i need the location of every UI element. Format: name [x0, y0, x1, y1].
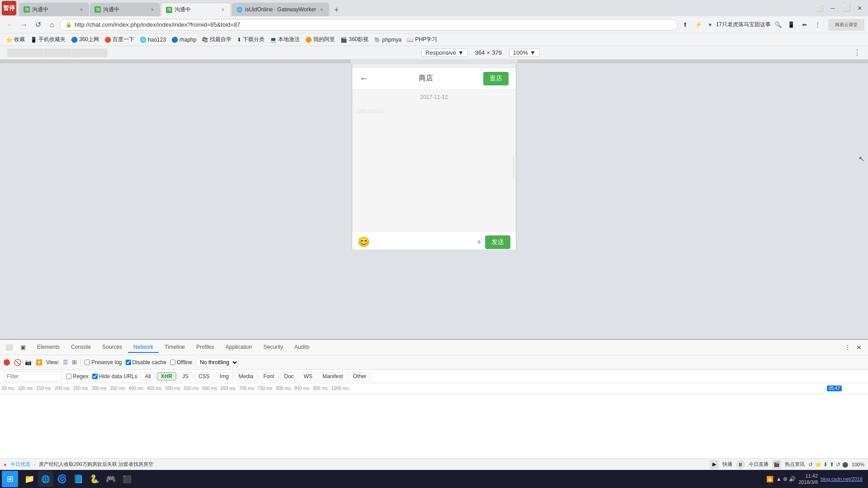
zoom-select[interactable]: 100% ▼ [509, 48, 540, 57]
bookmark-mobile[interactable]: 📱 手机收藏夹 [28, 35, 68, 44]
tab-console[interactable]: Console [66, 342, 96, 353]
back-button[interactable]: ← [4, 19, 16, 31]
preserve-log-label[interactable]: Preserve log [85, 359, 122, 366]
regex-checkbox[interactable] [66, 374, 71, 379]
tab-3[interactable]: 淘 沟通中 × [161, 3, 231, 16]
taskbar-item-files[interactable]: 📁 [22, 471, 37, 487]
bookmark-360[interactable]: 🔵 360上网 [69, 35, 101, 44]
filter-other[interactable]: Other [349, 372, 371, 380]
bookmark-rhaphp[interactable]: 🔵 rhaphp [169, 36, 198, 44]
new-tab-button[interactable]: + [330, 4, 343, 16]
tab-2[interactable]: 淘 沟通中 × [90, 3, 160, 16]
filter-xhr[interactable]: XHR [157, 372, 176, 380]
hide-data-urls-checkbox[interactable] [92, 374, 98, 379]
blog-link[interactable]: blog.csdn.net/2018 [821, 476, 863, 482]
offline-checkbox[interactable] [170, 360, 175, 365]
filter-input[interactable] [4, 371, 62, 381]
status-video-btn[interactable]: 🎬 [772, 460, 781, 469]
device-button[interactable]: 📱 [785, 19, 797, 31]
responsive-more[interactable]: ⋮ [854, 48, 861, 57]
bookmark-shou[interactable]: ⭐ 收藏 [4, 35, 27, 44]
taskbar-item-ie[interactable]: 🌀 [54, 471, 70, 487]
dropdown-btn[interactable]: ▼ [706, 20, 715, 29]
tab-4[interactable]: 🌐 isUidOnline · GatewayWorker × [232, 3, 329, 16]
tab-4-close[interactable]: × [318, 6, 325, 13]
tab-security[interactable]: Security [258, 342, 288, 353]
taskbar-item-browser[interactable]: 🌐 [38, 471, 53, 487]
taskbar-item-app1[interactable]: 🐍 [87, 471, 102, 487]
clear-log-button[interactable]: 🚫 [14, 359, 21, 366]
bookmark-phpmya[interactable]: 🐘 phpmya [372, 36, 404, 44]
more-button[interactable]: ⋮ [811, 19, 823, 31]
filter-media[interactable]: Media [235, 372, 258, 380]
tab-1[interactable]: 淘 沟通中 × [19, 3, 89, 16]
bookmark-ali[interactable]: 🟠 我的阿里 [303, 35, 337, 44]
bookmark-baidu[interactable]: 🔴 百度一下 [102, 35, 137, 44]
filter-font[interactable]: Font [259, 372, 278, 380]
offline-label[interactable]: Offline [170, 359, 192, 366]
responsive-mode-select[interactable]: Responsive ▼ [421, 48, 468, 57]
window-maximize-btn[interactable]: ⬜ [840, 2, 853, 14]
tab-3-close[interactable]: × [220, 7, 226, 13]
disable-cache-label[interactable]: Disable cache [126, 359, 166, 366]
tab-elements[interactable]: Elements [32, 342, 65, 353]
search-button[interactable]: 🔍 [772, 19, 784, 31]
tab-profiles[interactable]: Profiles [191, 342, 220, 353]
back-button-chat[interactable]: ← [359, 73, 368, 84]
filter-img[interactable]: Img [216, 372, 233, 380]
filter-ws[interactable]: WS [300, 372, 316, 380]
share-button[interactable]: ⬆ [679, 19, 691, 31]
start-button[interactable]: ⊞ [2, 471, 18, 487]
disable-cache-checkbox[interactable] [126, 360, 131, 365]
lightning-button[interactable]: ⚡ [693, 19, 704, 31]
status-play-btn[interactable]: ▶ [710, 460, 719, 469]
home-button[interactable]: ⌂ [46, 19, 58, 31]
capture-screenshot-btn[interactable]: 📷 [24, 359, 32, 366]
bookmark-xiazai[interactable]: ⬇ 下载分类 [235, 35, 267, 44]
address-bar[interactable]: 🔒 http://chat.com/index.php/index/index/… [60, 19, 678, 31]
filter-manifest[interactable]: Manifest [318, 372, 347, 380]
back-arrow-btn[interactable]: ⬅ [798, 19, 810, 31]
status-pause-btn[interactable]: ⏸ [736, 460, 745, 469]
add-attachment-button[interactable]: + [476, 238, 481, 247]
tab-sources[interactable]: Sources [97, 342, 127, 353]
forward-button[interactable]: → [18, 19, 30, 31]
devtools-more-btn[interactable]: ⋮ [842, 342, 853, 353]
window-minimize-btn[interactable]: ─ [826, 2, 839, 14]
filter-toggle-btn[interactable]: 🔽 [35, 359, 42, 366]
taskbar-item-docs[interactable]: 📘 [71, 471, 86, 487]
view-list-btn[interactable]: ☰ [63, 359, 68, 366]
message-input[interactable] [373, 236, 473, 249]
send-button[interactable]: 发送 [485, 235, 510, 249]
filter-all[interactable]: All [141, 372, 155, 380]
tab-audits[interactable]: Audits [289, 342, 315, 353]
shop-action-button[interactable]: 逛店 [483, 72, 509, 85]
filter-doc[interactable]: Doc [280, 372, 298, 380]
hide-data-urls-label[interactable]: Hide data URLs [92, 373, 137, 380]
tab-application[interactable]: Application [220, 342, 258, 353]
devtools-close-btn[interactable]: ✕ [854, 342, 864, 353]
window-close-btn[interactable]: ✕ [854, 2, 866, 14]
tab-2-close[interactable]: × [149, 6, 156, 13]
filter-css[interactable]: CSS [194, 372, 214, 380]
taskbar-item-app2[interactable]: 🎮 [103, 471, 118, 487]
view-large-btn[interactable]: ⊞ [72, 359, 77, 366]
throttle-select[interactable]: No throttling Fast 3G Slow 3G [196, 358, 239, 367]
emoji-button[interactable]: 😊 [358, 236, 370, 248]
tab-1-close[interactable]: × [78, 6, 85, 13]
bookmark-phplearn[interactable]: 📖 PHP学习 [405, 35, 439, 44]
taskbar-item-terminal[interactable]: ⬛ [119, 471, 135, 487]
tab-network[interactable]: Network [128, 342, 159, 353]
reload-button[interactable]: ↺ [32, 19, 44, 31]
record-stop-button[interactable] [4, 359, 10, 366]
bookmark-360film[interactable]: 🎬 360影视 [338, 35, 371, 44]
tab-timeline[interactable]: Timeline [159, 342, 190, 353]
filter-js[interactable]: JS [178, 372, 193, 380]
bookmark-local[interactable]: 💻 本地激活 [268, 35, 302, 44]
bookmark-zixue[interactable]: 📚 找最自学 [199, 35, 234, 44]
regex-label[interactable]: Regex [66, 373, 89, 380]
window-restore-btn[interactable]: ⬜ [813, 2, 826, 14]
browser-logo[interactable]: 暂停 [2, 1, 16, 15]
preserve-log-checkbox[interactable] [85, 360, 90, 365]
bookmark-hao123[interactable]: 🌐 hao123 [137, 36, 168, 44]
